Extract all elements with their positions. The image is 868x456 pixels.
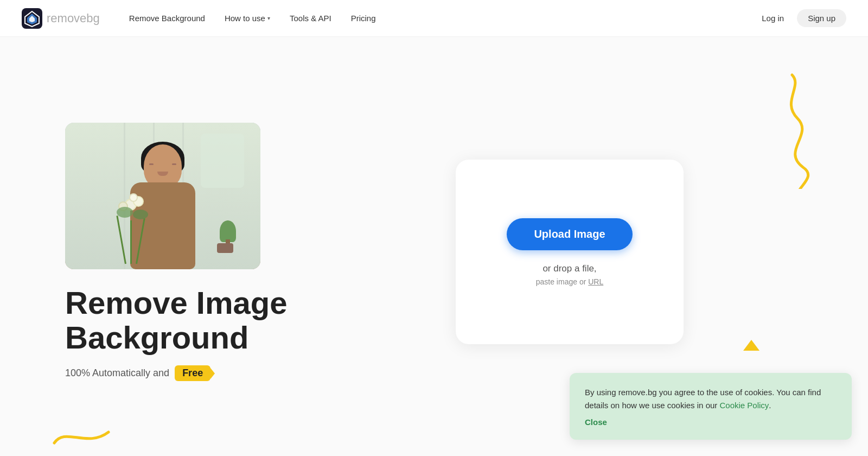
cookie-message: By using remove.bg you agree to the use … — [585, 386, 837, 412]
flower-4 — [129, 193, 138, 202]
paste-text: paste image or URL — [536, 277, 604, 286]
flowers-bouquet — [114, 193, 157, 264]
logo-icon — [22, 8, 42, 29]
foliage-1 — [117, 207, 133, 218]
plant-pot — [217, 243, 233, 253]
login-button[interactable]: Log in — [755, 9, 790, 27]
person-figure — [108, 139, 217, 269]
cookie-banner: By using remove.bg you agree to the use … — [570, 373, 852, 440]
free-badge: Free — [175, 365, 210, 381]
url-link[interactable]: URL — [588, 277, 603, 286]
stem-1 — [130, 220, 132, 264]
cookie-close-button[interactable]: Close — [585, 417, 607, 427]
nav-remove-bg[interactable]: Remove Background — [122, 9, 213, 27]
navbar: removebg Remove Background How to use ▾ … — [0, 0, 868, 37]
person-head — [144, 144, 182, 188]
signup-button[interactable]: Sign up — [797, 9, 846, 27]
plant-top — [220, 220, 236, 242]
hero-left: Remove Image Background 100% Automatical… — [65, 123, 336, 382]
cookie-policy-link[interactable]: Cookie Policy — [719, 401, 769, 410]
squiggle-decoration — [749, 69, 835, 191]
nav-links: Remove Background How to use ▾ Tools & A… — [122, 9, 755, 27]
svg-marker-4 — [743, 340, 760, 351]
upload-box: Upload Image or drop a file, paste image… — [456, 160, 684, 344]
stem-3 — [136, 218, 145, 264]
hero-image — [65, 123, 260, 269]
mouth — [157, 172, 168, 176]
nav-pricing[interactable]: Pricing — [343, 9, 384, 27]
face-feature-2 — [172, 163, 176, 165]
foliage-2 — [133, 210, 148, 219]
hero-right: Upload Image or drop a file, paste image… — [336, 160, 803, 344]
nav-tools-api[interactable]: Tools & API — [282, 9, 339, 27]
hero-image-bg — [65, 123, 260, 269]
drop-text: or drop a file, — [542, 263, 596, 274]
face-feature — [149, 163, 154, 165]
stem-2 — [116, 216, 126, 264]
curve-bottom-left — [49, 416, 114, 451]
logo-link[interactable]: removebg — [22, 8, 100, 29]
upload-button[interactable]: Upload Image — [507, 218, 632, 250]
nav-auth: Log in Sign up — [755, 9, 846, 27]
arrow-decoration — [743, 340, 760, 358]
hero-title: Remove Image Background — [65, 286, 336, 355]
plant-decoration — [217, 220, 239, 253]
hero-subtitle: 100% Automatically and Free — [65, 365, 336, 381]
chevron-down-icon: ▾ — [267, 15, 270, 21]
logo-text: removebg — [47, 11, 100, 26]
nav-how-to-use[interactable]: How to use ▾ — [217, 9, 278, 27]
